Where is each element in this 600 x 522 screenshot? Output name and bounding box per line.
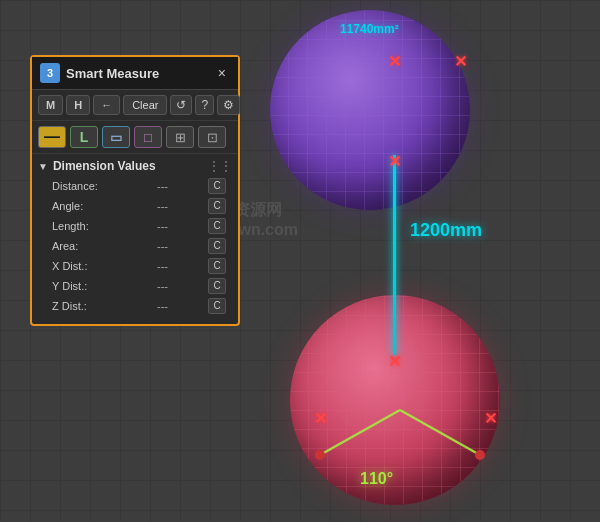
shape-tools: — L ▭ □ ⊞ ⊡ — [32, 121, 238, 154]
svg-line-0 — [320, 410, 400, 455]
dimension-row: Area: --- C — [32, 236, 238, 256]
shape-rect-button[interactable]: ▭ — [102, 126, 130, 148]
angle-lines — [290, 355, 510, 485]
dim-clear-1[interactable]: C — [208, 198, 226, 214]
panel-title: Smart Measure — [66, 66, 159, 81]
dim-clear-3[interactable]: C — [208, 238, 226, 254]
marker-top-right: ✕ — [454, 52, 466, 64]
shape-multi2-button[interactable]: ⊡ — [198, 126, 226, 148]
dimension-rows: Distance: --- C Angle: --- C Length: ---… — [32, 176, 238, 316]
dim-label-2: Length: — [52, 220, 117, 232]
marker-top-left: ✕ — [388, 52, 400, 64]
smart-measure-panel: 3 Smart Measure × M H ← Clear ↺ ? ⚙ — L … — [30, 55, 240, 326]
panel-app-icon: 3 — [40, 63, 60, 83]
section-toggle[interactable]: ▼ — [38, 161, 48, 172]
dim-clear-2[interactable]: C — [208, 218, 226, 234]
dimension-row: Distance: --- C — [32, 176, 238, 196]
panel-title-area: 3 Smart Measure — [40, 63, 159, 83]
area-label: 11740mm² — [340, 22, 399, 36]
dimension-row: Y Dist.: --- C — [32, 276, 238, 296]
multi2-icon: ⊡ — [207, 130, 218, 145]
section-title: Dimension Values — [53, 159, 156, 173]
dimension-values-header: ▼ Dimension Values ⋮⋮ — [32, 154, 238, 176]
dim-value-6: --- — [117, 300, 208, 312]
rect-icon: ▭ — [110, 130, 122, 145]
dim-clear-5[interactable]: C — [208, 278, 226, 294]
dim-value-0: --- — [117, 180, 208, 192]
dim-label-1: Angle: — [52, 200, 117, 212]
toolbar-m-button[interactable]: M — [38, 95, 63, 115]
toolbar-refresh-button[interactable]: ↺ — [170, 95, 192, 115]
dim-clear-4[interactable]: C — [208, 258, 226, 274]
dim-label-0: Distance: — [52, 180, 117, 192]
dimension-row: Length: --- C — [32, 216, 238, 236]
toolbar: M H ← Clear ↺ ? ⚙ — [32, 90, 238, 121]
dim-value-4: --- — [117, 260, 208, 272]
toolbar-help-button[interactable]: ? — [195, 95, 214, 115]
dim-label-3: Area: — [52, 240, 117, 252]
measurement-line — [393, 155, 396, 355]
dim-label-6: Z Dist.: — [52, 300, 117, 312]
toolbar-h-button[interactable]: H — [66, 95, 90, 115]
toolbar-clear-button[interactable]: Clear — [123, 95, 167, 115]
shape-multi1-button[interactable]: ⊞ — [166, 126, 194, 148]
dim-clear-0[interactable]: C — [208, 178, 226, 194]
shape-angle-button[interactable]: L — [70, 126, 98, 148]
panel-header: 3 Smart Measure × — [32, 57, 238, 90]
svg-point-2 — [315, 450, 325, 460]
dimension-row: Angle: --- C — [32, 196, 238, 216]
dim-value-3: --- — [117, 240, 208, 252]
angle-icon: L — [80, 129, 89, 145]
sphere-purple — [270, 10, 470, 210]
dim-label-4: X Dist.: — [52, 260, 117, 272]
marker-mid: ✕ — [388, 152, 400, 164]
svg-point-3 — [475, 450, 485, 460]
svg-line-1 — [400, 410, 480, 455]
circle-icon: □ — [144, 130, 152, 145]
shape-circle-button[interactable]: □ — [134, 126, 162, 148]
dim-value-1: --- — [117, 200, 208, 212]
dimension-row: Z Dist.: --- C — [32, 296, 238, 316]
dim-value-2: --- — [117, 220, 208, 232]
dim-label-5: Y Dist.: — [52, 280, 117, 292]
toolbar-settings-button[interactable]: ⚙ — [217, 95, 240, 115]
dim-value-5: --- — [117, 280, 208, 292]
close-button[interactable]: × — [214, 63, 230, 83]
multi1-icon: ⊞ — [175, 130, 186, 145]
dimension-row: X Dist.: --- C — [32, 256, 238, 276]
line-icon: — — [44, 128, 60, 146]
section-options-icon: ⋮⋮ — [208, 159, 232, 173]
toolbar-arrow-button[interactable]: ← — [93, 95, 120, 115]
shape-line-button[interactable]: — — [38, 126, 66, 148]
dim-clear-6[interactable]: C — [208, 298, 226, 314]
distance-label: 1200mm — [410, 220, 482, 241]
